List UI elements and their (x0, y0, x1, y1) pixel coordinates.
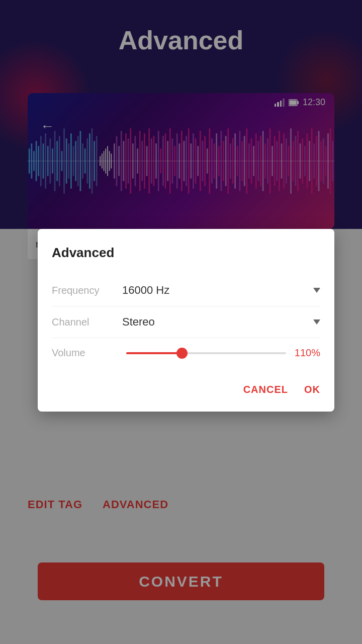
volume-slider-fill (126, 352, 182, 354)
cancel-button[interactable]: CANCEL (243, 380, 288, 399)
frequency-select[interactable]: 16000 Hz (122, 284, 320, 297)
volume-slider-track[interactable] (126, 352, 286, 354)
volume-slider-container: 110% (122, 347, 320, 359)
channel-select[interactable]: Stereo (122, 315, 320, 329)
modal-actions: CANCEL OK (52, 380, 320, 399)
ok-button[interactable]: OK (304, 380, 320, 399)
channel-value: Stereo (122, 315, 155, 329)
modal-title: Advanced (52, 245, 320, 261)
advanced-modal: Advanced Frequency 16000 Hz Channel Ster… (38, 229, 334, 412)
volume-percent: 110% (290, 347, 320, 359)
volume-label: Volume (52, 347, 122, 359)
volume-row: Volume 110% (52, 338, 320, 368)
channel-label: Channel (52, 316, 122, 328)
frequency-value: 16000 Hz (122, 284, 169, 297)
frequency-row: Frequency 16000 Hz (52, 275, 320, 306)
frequency-label: Frequency (52, 285, 122, 296)
channel-row: Channel Stereo (52, 306, 320, 338)
channel-chevron-icon (313, 319, 320, 325)
frequency-chevron-icon (313, 288, 320, 293)
volume-slider-thumb[interactable] (176, 348, 188, 359)
